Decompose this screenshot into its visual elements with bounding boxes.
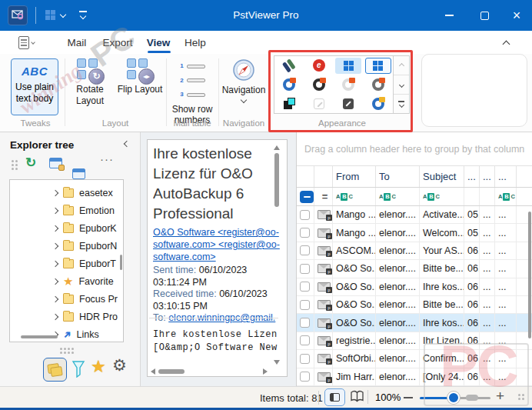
reading-view-button[interactable] bbox=[350, 390, 364, 406]
row-checkbox[interactable] bbox=[300, 372, 310, 382]
tree-item-epubork[interactable]: EpuborK bbox=[10, 219, 123, 237]
zoom-in-button[interactable]: + bbox=[496, 388, 504, 405]
row-checkbox[interactable] bbox=[300, 354, 310, 364]
tree-item-links[interactable]: ➔Links bbox=[10, 325, 123, 342]
folder-icon bbox=[63, 242, 74, 251]
mail-row[interactable]: p O&O So...elenor....Bitte be...06......… bbox=[297, 296, 532, 314]
filter-view-button[interactable] bbox=[71, 361, 85, 381]
tree-item-easetex[interactable]: easetex bbox=[10, 184, 123, 202]
to-filter-cell[interactable]: ABC bbox=[376, 188, 420, 205]
tree-item-epubort[interactable]: EpuborT bbox=[10, 255, 123, 272]
row-checkbox[interactable] bbox=[300, 210, 310, 220]
tree-item-focus[interactable]: Focus Pr bbox=[10, 290, 123, 308]
mail-attachment-icon: p bbox=[318, 336, 331, 345]
header-from[interactable]: From bbox=[333, 166, 376, 187]
file-menu-icon[interactable] bbox=[18, 36, 29, 49]
file-menu-dropdown-icon[interactable] bbox=[31, 40, 35, 45]
tree-horizontal-scrollbar[interactable] bbox=[21, 335, 58, 338]
mail-row[interactable]: p SoftOrbi...elenor....Confirm...06.....… bbox=[297, 350, 532, 368]
minimize-button[interactable] bbox=[432, 0, 466, 31]
preview-vertical-scrollbar[interactable] bbox=[274, 153, 279, 207]
settings-gear-button[interactable]: ⚙ bbox=[112, 356, 127, 375]
layout-panel-icon bbox=[330, 393, 340, 402]
folders-view-button[interactable] bbox=[43, 358, 67, 382]
mail-list-filter-row: = ABC ABC ABC ABC bbox=[297, 188, 532, 206]
mail-row-selected[interactable]: p O&O So...elenor....Ihre kos...06......… bbox=[297, 314, 532, 332]
group-label-navigation: Navigation bbox=[218, 118, 269, 131]
navigation-label: Navigation bbox=[222, 85, 266, 96]
group-by-bar[interactable]: Drag a column header here to group by th… bbox=[297, 132, 532, 166]
preview-scroll-up-icon[interactable] bbox=[274, 145, 280, 150]
header-subject[interactable]: Subject bbox=[420, 166, 464, 187]
preview-scroll-left-icon[interactable] bbox=[151, 368, 155, 375]
tree-item-epuborn[interactable]: EpuborN bbox=[10, 237, 123, 255]
open-window-icon[interactable] bbox=[49, 158, 62, 168]
select-all-cell[interactable] bbox=[297, 188, 314, 205]
zoom-slider-thumb[interactable] bbox=[447, 392, 460, 404]
preview-scroll-down-icon[interactable] bbox=[274, 360, 280, 365]
tab-export[interactable]: Export bbox=[97, 34, 138, 51]
message-from-link[interactable]: O&O Software <register@oo-software.com> … bbox=[153, 226, 281, 263]
tab-view[interactable]: View bbox=[141, 34, 175, 51]
use-plain-text-body-button[interactable]: ABC Use plain text body bbox=[11, 58, 58, 115]
refresh-icon[interactable]: ↻ bbox=[25, 155, 36, 171]
header-col8[interactable]: ... bbox=[495, 166, 517, 187]
tree-item-hdr[interactable]: HDR Pro bbox=[10, 308, 123, 325]
favorites-view-button[interactable]: ★ bbox=[91, 357, 106, 377]
preview-scroll-right-icon[interactable] bbox=[263, 368, 268, 375]
mail-row[interactable]: p registrie...elenor....Ihr Lizen...06..… bbox=[297, 332, 532, 350]
col6-filter-cell[interactable] bbox=[464, 188, 480, 205]
window-icon[interactable] bbox=[72, 168, 85, 179]
mail-row[interactable]: p Mango ...elenor....Activate...05......… bbox=[297, 206, 532, 224]
row-checkbox[interactable] bbox=[300, 245, 310, 255]
tab-help[interactable]: Help bbox=[180, 34, 211, 51]
tree-item-favorite[interactable]: ★Favorite bbox=[10, 272, 123, 290]
navigation-button[interactable]: Navigation bbox=[220, 58, 268, 102]
row-checkbox[interactable] bbox=[300, 264, 310, 274]
preview-pane-toggle-button[interactable] bbox=[324, 388, 345, 406]
link-arrow-icon: ➔ bbox=[60, 327, 74, 341]
mail-row[interactable]: p O&O So...elenor....Bitte be...06......… bbox=[297, 260, 532, 278]
rotate-layout-button[interactable]: ↻ Rotate Layout bbox=[68, 58, 112, 106]
received-time-label: Received time: bbox=[153, 288, 217, 299]
maximize-button[interactable] bbox=[467, 0, 501, 31]
mail-row[interactable]: p Mango ...elenor....Welcom...05........… bbox=[297, 224, 532, 242]
close-button[interactable]: × bbox=[500, 0, 532, 31]
folder-icon bbox=[63, 206, 74, 215]
zoom-out-button[interactable] bbox=[404, 397, 413, 398]
tab-mail[interactable]: Mail bbox=[60, 34, 94, 51]
header-to[interactable]: To bbox=[376, 166, 420, 187]
show-row-numbers-button[interactable]: 1 2 3 Show row numbers bbox=[169, 58, 215, 126]
use-plain-text-body-label: Use plain text body bbox=[13, 82, 56, 104]
from-filter-cell[interactable]: ABC bbox=[333, 188, 376, 205]
subject-filter-cell[interactable]: ABC bbox=[420, 188, 464, 205]
header-col7[interactable]: ... bbox=[480, 166, 495, 187]
row-checkbox[interactable] bbox=[300, 318, 310, 328]
mail-list-vertical-scrollbar[interactable] bbox=[528, 212, 531, 338]
status-separator bbox=[367, 390, 368, 404]
tree-vertical-scrollbar[interactable] bbox=[120, 255, 122, 270]
flip-layout-button[interactable]: ◂▸ Flip Layout bbox=[114, 58, 166, 95]
folder-icon bbox=[63, 188, 74, 198]
row-checkbox[interactable] bbox=[300, 282, 310, 292]
header-col6[interactable]: ... bbox=[464, 166, 480, 187]
mail-row[interactable]: p Jim Harr...elenor....[Only 24...06....… bbox=[297, 368, 532, 386]
collapse-panel-icon[interactable] bbox=[124, 141, 130, 147]
header-icon-column[interactable] bbox=[314, 166, 333, 187]
equals-filter-icon[interactable]: = bbox=[314, 188, 333, 205]
mail-attachment-icon: p bbox=[318, 210, 331, 219]
row-checkbox[interactable] bbox=[300, 300, 310, 310]
preview-horizontal-scrollbar[interactable] bbox=[158, 369, 185, 374]
statusbar-resize-grip[interactable] bbox=[518, 394, 524, 400]
row-checkbox[interactable] bbox=[300, 228, 310, 238]
more-options-icon[interactable]: ··· bbox=[100, 152, 114, 165]
toolbar-drag-grip[interactable] bbox=[12, 160, 18, 170]
header-select-column[interactable] bbox=[297, 166, 314, 187]
tree-item-emotion[interactable]: Emotion bbox=[10, 202, 123, 219]
col7-filter-cell[interactable] bbox=[480, 188, 495, 205]
col8-filter-cell[interactable]: ABC bbox=[495, 188, 517, 205]
mail-row[interactable]: p O&O So...elenor....Ihre kos...06......… bbox=[297, 278, 532, 296]
panel-resize-grip[interactable] bbox=[60, 348, 74, 354]
row-checkbox[interactable] bbox=[300, 335, 310, 345]
mail-row[interactable]: p ASCOM...elenor....Your AS...06........… bbox=[297, 242, 532, 260]
